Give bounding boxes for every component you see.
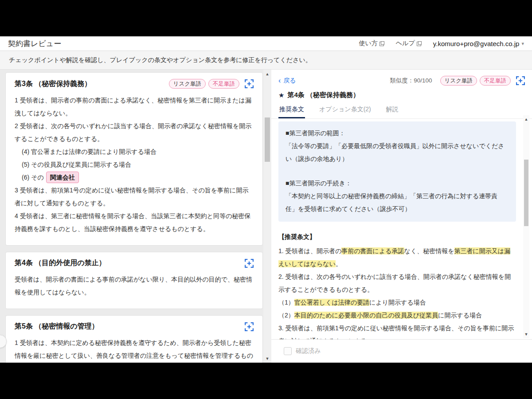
plain-text: により開示する場合 [369, 299, 426, 306]
contract-article-list: 第3条 （秘密保持義務） リスク単語 不足単語 1 受領者は、開示者の事前の書面… [0, 70, 263, 363]
checkpoint-body: 「法令等の要請」「必要最低限の受領者役職員」以外に開示させないでください（譲歩の… [286, 140, 509, 165]
text-line: 2. 受領者は、次の各号のいずれかに該当する場合、開示者の承諾なく秘密情報を開示… [278, 270, 516, 296]
plain-text: 3 受領者は、前項第1号の定めに従い秘密情報を開示する場合、その旨を事前に開示者… [15, 187, 248, 207]
checkpoint-section: ■第三者開示の範囲： 「法令等の要請」「必要最低限の受領者役職員」以外に開示させ… [286, 127, 509, 165]
checkpoint-box: ■第三者開示の範囲： 「法令等の要請」「必要最低限の受領者役職員」以外に開示させ… [278, 121, 516, 222]
article-body: 1 受領者は、開示者の事前の書面による承諾なく、秘密情報を第三者に開示または漏洩… [15, 94, 254, 235]
confirmed-checkbox-label: 確認済み [296, 347, 321, 355]
app-title: 契約書レビュー [8, 39, 61, 49]
article-card-header: 第3条 （秘密保持義務） リスク単語 不足単語 [15, 79, 254, 89]
text-line: 1 受領者は、本契約に定める秘密保持義務を遵守するため、開示者から受領した秘密情… [15, 336, 254, 363]
plain-text: 1 受領者は、開示者の事前の書面による承諾なく、秘密情報を第三者に開示または漏洩… [15, 97, 251, 117]
scroll-down-icon[interactable]: ▼ [263, 356, 271, 362]
expand-icon[interactable] [245, 322, 254, 331]
text-line: (5) その役員及び従業員に開示する場合 [15, 158, 254, 171]
text-line: 3. 受領者は、前項第1号の定めに従い秘密情報を開示する場合、その旨を事前に開示… [278, 322, 516, 339]
text-line: 1. 受領者は、開示者の事前の書面による承諾なく、秘密情報を第三者に開示又は漏え… [278, 245, 516, 270]
expand-icon[interactable] [516, 76, 525, 85]
text-line: (4) 官公署または法律の要請により開示する場合 [15, 145, 254, 158]
main-area: 第3条 （秘密保持義務） リスク単語 不足単語 1 受領者は、開示者の事前の書面… [0, 70, 532, 363]
chevron-down-icon: ▾ [521, 41, 524, 47]
plain-text: に開示する場合 [438, 312, 482, 319]
text-line: 3 受領者は、前項第1号の定めに従い秘密情報を開示する場合、その旨を事前に開示者… [15, 184, 254, 210]
recommended-clause-text: 1. 受領者は、開示者の事前の書面による承諾なく、秘密情報を第三者に開示又は漏え… [278, 245, 516, 339]
text-line: （2）本目的のために必要最小限の自己の役員及び従業員に開示する場合 [278, 309, 516, 322]
plain-text: (6) その [22, 174, 44, 181]
highlighted-text: 本目的のために必要最小限の自己の役員及び従業員 [294, 312, 438, 319]
text-line: 2 受領者は、次の各号のいずれかに該当する場合、開示者の承諾なく秘密情報を開示す… [15, 120, 254, 145]
expand-icon[interactable] [245, 79, 254, 88]
scroll-up-icon[interactable]: ▲ [523, 116, 529, 122]
checkpoint-title: ■第三者開示の範囲： [286, 127, 509, 140]
text-line: 4 受領者は、第三者に秘密情報を開示する場合、当該第三者に本契約と同等の秘密保持… [15, 210, 254, 235]
plain-text: 受領者は、開示者の書面による事前の承諾がない限り、本目的以外の目的で、秘密情報を… [15, 276, 252, 296]
chevron-left-icon: ‹ [278, 77, 281, 84]
plain-text: 1. 受領者は、開示者の [278, 247, 341, 254]
back-label: 戻る [283, 77, 296, 85]
letterbox-bottom [0, 363, 532, 399]
detail-scroll-area[interactable]: ■第三者開示の範囲： 「法令等の要請」「必要最低限の受領者役職員」以外に開示させ… [271, 115, 532, 339]
contract-review-app: 契約書レビュー 使い方 ヘルプ y.komuro+pro@gvatech.co.… [0, 36, 532, 363]
article-card-3[interactable]: 第3条 （秘密保持義務） リスク単語 不足単語 1 受領者は、開示者の事前の書面… [5, 72, 263, 246]
plain-text: (4) 官公署または法律の要請により開示する場合 [22, 148, 156, 155]
article-card-header: 第4条 （目的外使用の禁止） [15, 258, 254, 268]
checkpoint-section: ■第三者開示の手続き： 「本契約と同等以上の秘密保持義務の締結」「第三者の行為に… [286, 177, 509, 215]
risk-word-badge: リスク単語 [440, 76, 477, 86]
text-line: 1 受領者は、開示者の事前の書面による承諾なく、秘密情報を第三者に開示または漏洩… [15, 94, 254, 120]
plain-text: 4 受領者は、第三者に秘密情報を開示する場合、当該第三者に本契約と同等の秘密保持… [15, 212, 250, 232]
recommended-clause-heading: 【推奨条文】 [278, 233, 516, 241]
checkpoint-body: 「本契約と同等以上の秘密保持義務の締結」「第三者の行為に対する連帯責任」を受領者… [286, 190, 509, 215]
plain-text: 2. 受領者は、次の各号のいずれかに該当する場合、開示者の承諾なく秘密情報を開示… [278, 273, 511, 293]
plain-text: なく、秘密情報を [404, 247, 454, 254]
left-scrollbar[interactable]: ▲ ▼ [263, 70, 271, 363]
article-title: 第5条 （秘密情報の管理） [15, 322, 239, 331]
detail-article-title: 第4条 （秘密保持義務） [287, 91, 360, 99]
usage-link-label: 使い方 [359, 39, 378, 47]
similarity-score: 類似度：90/100 [390, 77, 432, 85]
scroll-up-icon[interactable]: ▲ [263, 71, 271, 77]
app-header: 契約書レビュー 使い方 ヘルプ y.komuro+pro@gvatech.co.… [0, 36, 532, 51]
detail-footer: 確認済み [271, 339, 532, 363]
scroll-down-icon[interactable]: ▼ [523, 331, 529, 337]
article-title: 第4条 （目的外使用の禁止） [15, 258, 239, 268]
text-line: （1）官公署若しくは法律の要請により開示する場合 [278, 296, 516, 309]
plain-text: 1 受領者は、本契約に定める秘密保持義務を遵守するため、開示者から受領した秘密情… [15, 339, 253, 363]
article-body: 1 受領者は、本契約に定める秘密保持義務を遵守するため、開示者から受領した秘密情… [15, 336, 254, 363]
article-body: 受領者は、開示者の書面による事前の承諾がない限り、本目的以外の目的で、秘密情報を… [15, 273, 254, 299]
plain-text: （1） [278, 299, 294, 306]
star-icon[interactable]: ★ [278, 91, 284, 99]
text-line: (6) その関連会社 [15, 171, 254, 184]
risk-word-badge: リスク単語 [169, 79, 206, 89]
expand-icon[interactable] [245, 259, 254, 268]
confirmed-checkbox[interactable] [284, 347, 292, 355]
letterbox-top [0, 0, 532, 36]
account-email: y.komuro+pro@gvatech.co.jp [433, 40, 520, 47]
plain-text: （2） [278, 312, 294, 319]
plain-text: 2 受領者は、次の各号のいずれかに該当する場合、開示者の承諾なく秘密情報を開示す… [15, 122, 251, 142]
missing-word-badge: 不足単語 [208, 79, 239, 89]
plain-text: 。 [336, 260, 342, 267]
detail-scrollbar[interactable]: ▲ ▼ [523, 115, 529, 338]
back-button[interactable]: ‹ 戻る [278, 77, 296, 85]
article-card-4[interactable]: 第4条 （目的外使用の禁止） 受領者は、開示者の書面による事前の承諾がない限り、… [5, 252, 263, 309]
detail-header-row: ‹ 戻る 類似度：90/100 リスク単語 不足単語 [271, 70, 532, 86]
text-line: 受領者は、開示者の書面による事前の承諾がない限り、本目的以外の目的で、秘密情報を… [15, 273, 254, 299]
checkpoint-title: ■第三者開示の手続き： [286, 177, 509, 190]
risk-term: 関連会社 [46, 172, 79, 183]
external-link-icon [417, 41, 422, 46]
help-link[interactable]: ヘルプ [396, 39, 422, 47]
external-link-icon [379, 41, 384, 46]
instruction-text: チェックポイントや解説を確認し、プレイブックの条文やオプション条文を参考に修正を… [9, 56, 312, 64]
account-menu[interactable]: y.komuro+pro@gvatech.co.jp ▾ [433, 40, 524, 47]
highlighted-text: 官公署若しくは法律の要請 [294, 299, 369, 306]
scrollbar-thumb[interactable] [524, 160, 528, 226]
scrollbar-thumb[interactable] [265, 117, 270, 162]
highlighted-text: 事前の書面による承諾 [341, 247, 404, 254]
instruction-bar: チェックポイントや解説を確認し、プレイブックの条文やオプション条文を参考に修正を… [0, 51, 532, 70]
usage-link[interactable]: 使い方 [359, 39, 384, 47]
detail-article-title-row: ★ 第4条 （秘密保持義務） [271, 86, 532, 99]
review-detail-panel: ‹ 戻る 類似度：90/100 リスク単語 不足単語 ★ 第4条 （秘密保持義務… [271, 70, 532, 363]
article-card-5[interactable]: 第5条 （秘密情報の管理） 1 受領者は、本契約に定める秘密保持義務を遵守するた… [5, 315, 263, 363]
plain-text: 3. 受領者は、前項第1号の定めに従い秘密情報を開示する場合、その旨を事前に開示… [278, 325, 514, 339]
article-title: 第3条 （秘密保持義務） [15, 79, 166, 89]
